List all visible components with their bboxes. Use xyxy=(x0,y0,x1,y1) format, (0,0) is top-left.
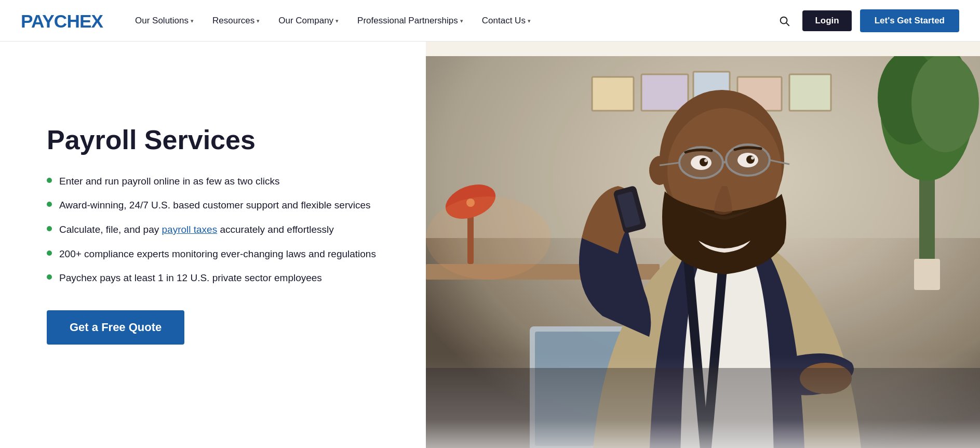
main-nav: Our Solutions ▾ Resources ▾ Our Company … xyxy=(128,11,538,30)
chevron-down-icon: ▾ xyxy=(460,18,463,24)
bullet-text: Paychex pays at least 1 in 12 U.S. priva… xyxy=(59,271,322,285)
list-item: Enter and run payroll online in as few a… xyxy=(47,175,395,189)
svg-line-2 xyxy=(787,23,789,25)
list-item: Calculate, file, and pay payroll taxes a… xyxy=(47,223,395,237)
nav-label-our-solutions: Our Solutions xyxy=(135,16,189,26)
list-item: 200+ compliance experts monitoring ever-… xyxy=(47,247,395,261)
header-right: Login Let's Get Started xyxy=(774,9,959,32)
list-item: Award-winning, 24/7 U.S. based customer … xyxy=(47,199,395,213)
feature-list: Enter and run payroll online in as few a… xyxy=(47,175,395,285)
nav-item-contact-us[interactable]: Contact Us ▾ xyxy=(475,11,538,30)
bullet-dot xyxy=(47,226,52,231)
bullet-dot xyxy=(47,251,52,256)
lets-get-started-button[interactable]: Let's Get Started xyxy=(860,9,959,32)
bullet-dot xyxy=(47,202,52,207)
nav-label-resources: Resources xyxy=(212,16,254,26)
payroll-taxes-link[interactable]: payroll taxes xyxy=(162,224,218,235)
get-free-quote-button[interactable]: Get a Free Quote xyxy=(47,310,184,345)
nav-label-professional-partnerships: Professional Partnerships xyxy=(357,16,458,26)
header-left: PAYCHEX Our Solutions ▾ Resources ▾ Our … xyxy=(21,9,538,32)
site-header: PAYCHEX Our Solutions ▾ Resources ▾ Our … xyxy=(0,0,980,42)
nav-label-our-company: Our Company xyxy=(278,16,333,26)
hero-image xyxy=(426,42,980,448)
nav-item-our-solutions[interactable]: Our Solutions ▾ xyxy=(128,11,201,30)
list-item: Paychex pays at least 1 in 12 U.S. priva… xyxy=(47,271,395,285)
hero-section: Payroll Services Enter and run payroll o… xyxy=(0,42,980,448)
nav-label-contact-us: Contact Us xyxy=(482,16,526,26)
chevron-down-icon: ▾ xyxy=(191,18,194,24)
logo[interactable]: PAYCHEX xyxy=(21,9,112,32)
hero-photo xyxy=(426,56,980,448)
chevron-down-icon: ▾ xyxy=(257,18,260,24)
nav-item-our-company[interactable]: Our Company ▾ xyxy=(271,11,346,30)
svg-rect-52 xyxy=(426,56,980,448)
nav-item-resources[interactable]: Resources ▾ xyxy=(205,11,267,30)
bullet-dot xyxy=(47,178,52,183)
hero-bottom-content xyxy=(0,354,426,448)
bullet-text: Award-winning, 24/7 U.S. based customer … xyxy=(59,199,371,213)
bullet-text: Enter and run payroll online in as few a… xyxy=(59,175,280,189)
chevron-down-icon: ▾ xyxy=(528,18,531,24)
search-icon xyxy=(778,15,790,27)
nav-item-professional-partnerships[interactable]: Professional Partnerships ▾ xyxy=(350,11,471,30)
chevron-down-icon: ▾ xyxy=(335,18,339,24)
bullet-text: 200+ compliance experts monitoring ever-… xyxy=(59,247,376,261)
login-button[interactable]: Login xyxy=(802,10,851,31)
beige-strip xyxy=(426,42,980,56)
search-button[interactable] xyxy=(774,11,794,31)
hero-title: Payroll Services xyxy=(47,125,395,156)
svg-text:PAYCHEX: PAYCHEX xyxy=(21,11,104,31)
bullet-dot xyxy=(47,274,52,280)
bullet-text: Calculate, file, and pay payroll taxes a… xyxy=(59,223,334,237)
